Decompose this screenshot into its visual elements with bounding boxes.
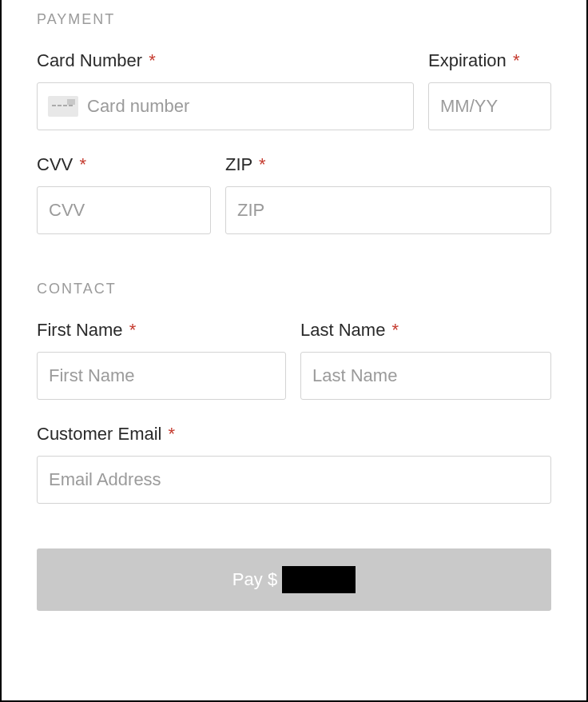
customer-email-input[interactable] — [37, 456, 551, 504]
cvv-input[interactable] — [37, 186, 211, 234]
card-number-label: Card Number * — [37, 50, 414, 71]
zip-input[interactable] — [225, 186, 551, 234]
pay-button-label: Pay $ — [232, 569, 277, 590]
expiration-label: Expiration * — [428, 50, 551, 71]
cvv-label: CVV * — [37, 154, 211, 175]
last-name-input[interactable] — [300, 352, 551, 400]
last-name-label: Last Name * — [300, 320, 551, 341]
contact-section-heading: CONTACT — [37, 281, 551, 297]
required-indicator: * — [79, 154, 86, 174]
customer-email-label: Customer Email * — [37, 424, 551, 445]
required-indicator: * — [259, 154, 266, 174]
required-indicator: * — [129, 320, 137, 340]
required-indicator: * — [169, 424, 176, 444]
payment-section-heading: PAYMENT — [37, 0, 551, 28]
card-number-input[interactable] — [37, 82, 414, 130]
expiration-input[interactable] — [428, 82, 551, 130]
required-indicator: * — [149, 50, 156, 70]
pay-button[interactable]: Pay $ — [37, 548, 551, 611]
required-indicator: * — [513, 50, 520, 70]
required-indicator: * — [392, 320, 399, 340]
zip-label: ZIP * — [225, 154, 551, 175]
pay-amount-redacted — [282, 566, 356, 593]
first-name-input[interactable] — [37, 352, 286, 400]
first-name-label: First Name * — [37, 320, 286, 341]
credit-card-icon — [48, 96, 78, 117]
